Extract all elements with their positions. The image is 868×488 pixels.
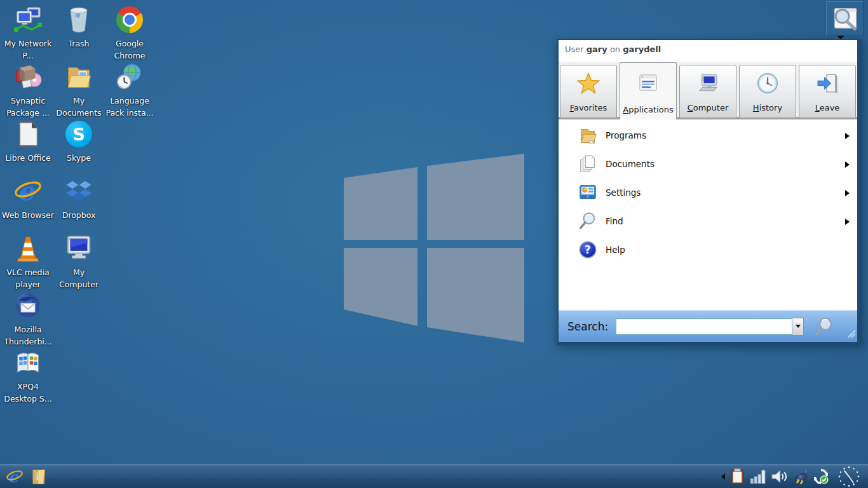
header-prefix: User <box>565 44 584 54</box>
menu-user-header: User gary on garydell <box>559 40 857 62</box>
quick-launch: e <box>0 467 48 486</box>
resize-grip[interactable] <box>846 328 856 341</box>
tray-network-signal[interactable] <box>750 469 766 484</box>
menu-item-documents[interactable]: Documents <box>559 149 857 178</box>
svg-text:?: ? <box>585 243 591 256</box>
desktop-icon-label: Libre Office <box>1 152 55 164</box>
libreoffice-icon <box>13 119 43 149</box>
leave-door-icon <box>816 71 839 95</box>
network-signal-icon <box>750 469 766 484</box>
tab-leave[interactable]: Leave <box>799 65 856 118</box>
desktop-icon-dropbox[interactable]: Dropbox <box>52 177 105 221</box>
clipboard-icon <box>729 468 745 485</box>
desktop-icon-skype[interactable]: S Skype <box>52 119 105 164</box>
desktop-icon-my-documents[interactable]: My Documents <box>52 62 105 119</box>
start-menu-popup: User gary on garydell Favorites <box>557 39 862 345</box>
desktop-icon-thunderbird[interactable]: Mozilla Thunderbi... <box>1 291 55 348</box>
desktop-icon-label: My Computer <box>52 266 105 291</box>
desktop-icon-vlc[interactable]: VLC media player <box>1 234 55 291</box>
desktop-icon-label: Google Chrome <box>103 37 156 62</box>
desktop-icon-label: Trash <box>52 37 105 50</box>
applications-icon <box>637 71 659 95</box>
search-applet-button[interactable] <box>826 1 864 36</box>
find-magnifier-icon <box>578 211 598 231</box>
menu-item-help[interactable]: ? Help <box>559 235 857 264</box>
desktop-icon-trash[interactable]: Trash <box>52 5 105 50</box>
skype-icon: S <box>64 119 93 149</box>
submenu-arrow-icon <box>845 133 850 139</box>
language-pack-icon <box>115 62 144 92</box>
windows-logo <box>341 152 527 343</box>
tray-updates[interactable] <box>813 468 829 485</box>
settings-panel-icon <box>578 182 598 203</box>
web-browser-icon: e <box>13 177 43 206</box>
menu-item-settings[interactable]: Settings <box>559 178 857 207</box>
desktop-icon-label: VLC media player <box>1 266 55 291</box>
desktop-icon-libreoffice[interactable]: Libre Office <box>1 119 55 164</box>
documents-folder-icon <box>64 62 93 92</box>
desktop-icon-google-chrome[interactable]: Google Chrome <box>103 5 156 62</box>
star-icon <box>577 71 600 95</box>
dropbox-icon <box>64 177 93 206</box>
my-computer-icon <box>64 234 93 263</box>
svg-text:e: e <box>18 177 36 206</box>
search-window-icon <box>831 6 859 32</box>
web-browser-icon: e <box>6 468 24 485</box>
desktop-icon-language-pack[interactable]: Language Pack insta... <box>103 62 156 119</box>
header-username: gary <box>587 44 607 54</box>
tab-history[interactable]: History <box>739 65 796 118</box>
desktop-icon-label: XPQ4 Desktop S... <box>1 381 55 405</box>
volume-icon <box>771 468 788 485</box>
desktop: My Network P... Trash Google Chrome <box>0 0 868 488</box>
xpq4-book-icon <box>13 348 43 377</box>
menu-item-find[interactable]: Find <box>559 207 857 235</box>
desktop-icon-xpq4[interactable]: XPQ4 Desktop S... <box>1 348 55 405</box>
tray-clipboard[interactable] <box>729 468 745 485</box>
vlc-icon <box>13 234 43 263</box>
collapse-arrow-icon <box>721 473 725 480</box>
search-input[interactable] <box>616 318 792 335</box>
menu-content: Programs Documents <box>559 119 857 310</box>
analog-clock-icon <box>834 465 864 488</box>
menu-search-bar: Search: <box>559 310 857 342</box>
file-manager-icon <box>30 468 48 485</box>
search-magnifier-icon[interactable] <box>814 316 834 337</box>
help-sphere-icon: ? <box>578 240 598 260</box>
tab-applications[interactable]: Applications <box>620 62 677 119</box>
search-history-dropdown-button[interactable] <box>792 318 804 336</box>
submenu-arrow-icon <box>845 190 850 196</box>
history-clock-icon <box>756 71 779 95</box>
thunderbird-icon <box>13 291 43 320</box>
desktop-icon-label: Skype <box>52 152 105 164</box>
menu-tab-bar: Favorites Applications <box>559 62 857 119</box>
desktop-icon-label: Web Browser <box>1 209 55 221</box>
desktop-icon-my-network-places[interactable]: My Network P... <box>1 5 55 62</box>
search-label: Search: <box>567 320 608 333</box>
header-hostname: garydell <box>623 44 661 54</box>
desktop-icon-web-browser[interactable]: e Web Browser <box>1 177 55 221</box>
web-browser-launcher[interactable]: e <box>5 467 24 486</box>
desktop-icon-label: My Documents <box>52 95 105 119</box>
programs-folder-icon <box>578 125 598 146</box>
menu-item-programs[interactable]: Programs <box>559 121 857 149</box>
system-tray <box>721 465 868 488</box>
desktop-icon-label: My Network P... <box>1 37 55 62</box>
tray-collapse-button[interactable] <box>721 473 725 480</box>
file-manager-launcher[interactable] <box>29 467 48 486</box>
desktop-icon-label: Dropbox <box>52 209 105 221</box>
tray-volume[interactable] <box>771 468 788 485</box>
tab-computer[interactable]: Computer <box>679 65 736 118</box>
submenu-arrow-icon <box>845 161 850 168</box>
svg-text:e: e <box>8 468 19 485</box>
network-plug-icon <box>792 468 808 485</box>
updates-icon <box>813 468 829 485</box>
package-manager-icon <box>13 62 43 92</box>
desktop-icon-label: Mozilla Thunderbi... <box>1 323 55 348</box>
chrome-icon <box>115 5 144 34</box>
desktop-icon-synaptic[interactable]: Synaptic Package ... <box>1 62 55 119</box>
tray-analog-clock[interactable] <box>834 465 864 488</box>
computer-icon <box>696 71 719 95</box>
tray-network-plug[interactable] <box>792 468 808 485</box>
desktop-icon-my-computer[interactable]: My Computer <box>52 234 105 291</box>
tab-favorites[interactable]: Favorites <box>560 65 617 118</box>
